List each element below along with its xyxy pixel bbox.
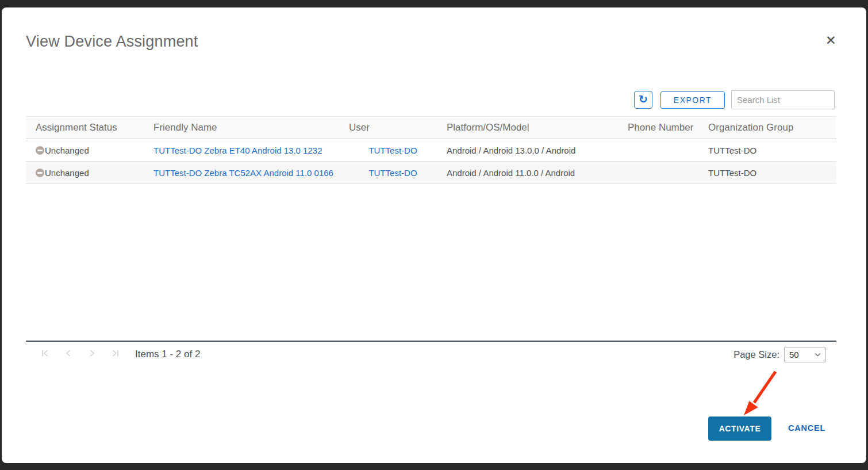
refresh-icon: ↻	[639, 94, 648, 105]
column-header-platform[interactable]: Platform/OS/Model	[437, 117, 618, 139]
friendly-name-link[interactable]: TUTTest-DO Zebra ET40 Android 13.0 1232	[153, 146, 322, 155]
status-label: Unchanged	[45, 146, 89, 155]
footer-divider	[26, 341, 836, 342]
chevron-down-icon	[815, 353, 821, 357]
phone-number-cell	[618, 139, 698, 162]
close-icon[interactable]: ✕	[825, 34, 836, 47]
column-header-user[interactable]: User	[339, 117, 437, 139]
column-header-friendly-name[interactable]: Friendly Name	[144, 117, 339, 139]
column-header-organization-group[interactable]: Organization Group	[698, 117, 836, 139]
pagination-controls	[40, 348, 120, 358]
previous-page-icon[interactable]	[63, 348, 73, 358]
page-size-value: 50	[789, 350, 799, 360]
user-link[interactable]: TUTTest-DO	[368, 168, 417, 178]
unchanged-status-icon	[36, 146, 44, 155]
phone-number-cell	[618, 162, 698, 184]
table-header-row: Assignment Status Friendly Name User Pla…	[26, 117, 836, 139]
table-row: Unchanged TUTTest-DO Zebra TC52AX Androi…	[26, 162, 836, 184]
items-count-text: Items 1 - 2 of 2	[135, 349, 200, 360]
next-page-icon[interactable]	[87, 348, 97, 358]
export-button[interactable]: EXPORT	[660, 91, 725, 109]
page-size-label: Page Size:	[733, 349, 779, 360]
search-input[interactable]	[731, 90, 835, 109]
page-size-select[interactable]: 50	[784, 347, 826, 362]
page-title: View Device Assignment	[26, 33, 198, 51]
refresh-button[interactable]: ↻	[634, 91, 652, 109]
status-label: Unchanged	[45, 168, 89, 178]
first-page-icon[interactable]	[40, 348, 49, 358]
organization-group-cell: TUTTest-DO	[698, 139, 836, 162]
table-row: Unchanged TUTTest-DO Zebra ET40 Android …	[26, 139, 836, 162]
friendly-name-link[interactable]: TUTTest-DO Zebra TC52AX Android 11.0 016…	[153, 168, 333, 178]
organization-group-cell: TUTTest-DO	[698, 162, 836, 184]
platform-cell: Android / Android 13.0.0 / Android	[437, 139, 618, 162]
device-assignment-table: Assignment Status Friendly Name User Pla…	[26, 116, 836, 184]
last-page-icon[interactable]	[110, 348, 120, 358]
view-device-assignment-modal: View Device Assignment ✕ ↻ EXPORT Assign…	[2, 7, 866, 463]
activate-button[interactable]: ACTIVATE	[708, 416, 771, 441]
column-header-phone-number[interactable]: Phone Number	[618, 117, 698, 139]
dark-backdrop: View Device Assignment ✕ ↻ EXPORT Assign…	[0, 0, 868, 470]
annotation-arrow-icon	[738, 369, 783, 421]
unchanged-status-icon	[36, 169, 44, 177]
column-header-assignment-status[interactable]: Assignment Status	[26, 117, 144, 139]
user-link[interactable]: TUTTest-DO	[368, 146, 417, 155]
platform-cell: Android / Android 11.0.0 / Android	[437, 162, 618, 184]
cancel-button[interactable]: CANCEL	[788, 423, 825, 433]
